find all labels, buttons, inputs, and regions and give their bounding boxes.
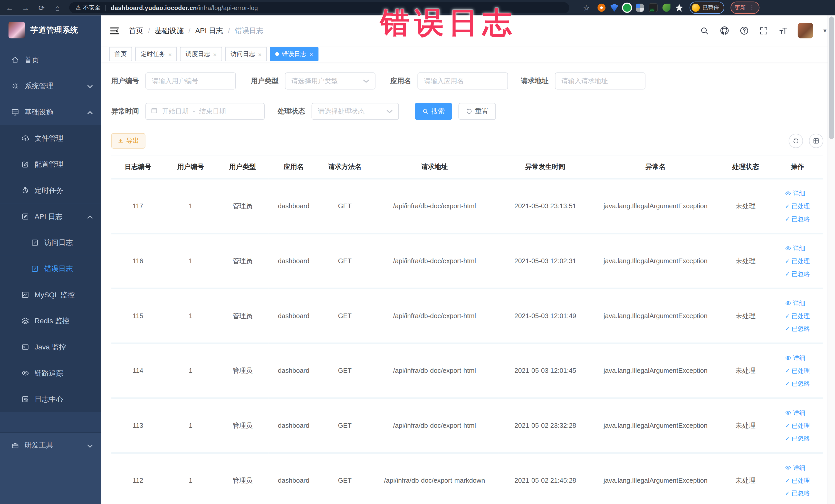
search-icon[interactable] <box>699 25 710 36</box>
column-settings-button[interactable] <box>809 134 823 148</box>
user-type-select[interactable]: 请选择用户类型 <box>285 73 375 89</box>
extension-icon[interactable] <box>623 4 631 12</box>
sidebar-item-access-log[interactable]: 访问日志 <box>0 229 101 256</box>
tab-access-log[interactable]: 访问日志× <box>225 47 267 61</box>
back-icon[interactable]: ← <box>3 2 16 14</box>
extension-icon[interactable] <box>675 4 683 12</box>
close-icon[interactable]: × <box>258 51 262 57</box>
sidebar-item-api-log[interactable]: API 日志 <box>0 204 101 230</box>
column-header: 请求方法名 <box>319 156 371 179</box>
sidebar-item-redis-monitor[interactable]: Redis 监控 <box>0 308 101 334</box>
detail-link[interactable]: 详细 <box>785 299 805 307</box>
export-button[interactable]: 导出 <box>111 133 145 149</box>
user-avatar[interactable] <box>798 23 813 38</box>
cell-actions: 详细 ✓ 已处理 ✓ 已忽略 <box>772 179 823 234</box>
close-icon[interactable]: × <box>213 51 217 57</box>
sidebar-item-config-management[interactable]: 配置管理 <box>0 151 101 177</box>
user-id-input[interactable]: 请输入用户编号 <box>145 73 236 89</box>
tab-home[interactable]: 首页 <box>109 47 132 61</box>
tab-error-log[interactable]: 错误日志× <box>270 47 318 61</box>
cell-status: 未处理 <box>719 343 772 398</box>
browser-profile-badge[interactable]: 已暂停 <box>690 2 724 14</box>
cell-actions: 详细 ✓ 已处理 ✓ 已忽略 <box>772 343 823 398</box>
extension-icon[interactable] <box>597 4 606 12</box>
tab-scheduled-jobs[interactable]: 定时任务× <box>135 47 177 61</box>
mark-processed-link[interactable]: ✓ 已处理 <box>785 367 810 375</box>
sidebar-item-dev-tools[interactable]: 研发工具 <box>0 432 101 458</box>
extension-icon[interactable] <box>610 4 618 12</box>
cell-log-id: 115 <box>111 288 165 343</box>
detail-link[interactable]: 详细 <box>785 244 805 252</box>
reload-icon[interactable]: ⟳ <box>35 2 48 14</box>
forward-icon[interactable]: → <box>19 2 32 14</box>
mark-processed-link[interactable]: ✓ 已处理 <box>785 477 810 484</box>
sidebar-item-system-management[interactable]: 系统管理 <box>0 73 101 99</box>
tab-schedule-log[interactable]: 调度日志× <box>180 47 222 61</box>
sidebar-item-trace[interactable]: 链路追踪 <box>0 360 101 386</box>
sidebar-item-error-log[interactable]: 错误日志 <box>0 256 101 282</box>
breadcrumb-item[interactable]: API 日志 <box>195 26 223 36</box>
scrollbar-thumb[interactable] <box>829 16 834 139</box>
sidebar-item-file-management[interactable]: 文件管理 <box>0 125 101 152</box>
fullscreen-icon[interactable] <box>758 25 769 36</box>
help-icon[interactable] <box>739 25 749 36</box>
process-status-select[interactable]: 请选择处理状态 <box>312 103 399 120</box>
sidebar-dev-tools-section: 研发工具 <box>0 432 101 504</box>
cell-request-url: /api/infra/db-doc/export-markdown <box>371 453 498 504</box>
detail-link[interactable]: 详细 <box>785 189 805 198</box>
cell-user-id: 1 <box>165 343 217 398</box>
mark-processed-link[interactable]: ✓ 已处理 <box>785 257 810 265</box>
cell-method: GET <box>319 234 371 288</box>
mark-ignored-link[interactable]: ✓ 已忽略 <box>785 380 810 387</box>
github-icon[interactable] <box>719 25 730 36</box>
search-button[interactable]: 搜索 <box>415 103 452 120</box>
extension-icon[interactable] <box>663 4 670 12</box>
page-scrollbar[interactable] <box>828 15 835 504</box>
font-size-icon[interactable] <box>778 25 789 36</box>
close-icon[interactable]: × <box>309 51 313 57</box>
user-menu-caret-icon[interactable]: ▼ <box>822 28 828 34</box>
breadcrumb-item[interactable]: 基础设施 <box>155 26 184 36</box>
browser-update-button[interactable]: 更新 ⋮ <box>730 2 759 14</box>
column-header: 异常发生时间 <box>498 156 592 179</box>
extension-icon[interactable] <box>636 4 644 12</box>
sidebar-item-java-monitor[interactable]: Java 监控 <box>0 334 101 360</box>
security-warning[interactable]: ⚠ 不安全 <box>76 4 101 12</box>
cloud-upload-icon <box>21 134 29 142</box>
sidebar-item-mysql-monitor[interactable]: MySQL 监控 <box>0 282 101 308</box>
breadcrumb-item[interactable]: 首页 <box>129 26 143 36</box>
sidebar-item-scheduled-jobs[interactable]: 定时任务 <box>0 177 101 204</box>
mark-ignored-link[interactable]: ✓ 已忽略 <box>785 270 810 278</box>
bookmark-star-icon[interactable]: ☆ <box>580 2 593 14</box>
mark-processed-link[interactable]: ✓ 已处理 <box>785 312 810 320</box>
app-name-input[interactable]: 请输入应用名 <box>418 73 508 89</box>
mark-processed-link[interactable]: ✓ 已处理 <box>785 202 810 210</box>
cell-exception-name: java.lang.IllegalArgumentException <box>592 234 719 288</box>
mark-ignored-link[interactable]: ✓ 已忽略 <box>785 489 810 497</box>
mark-ignored-link[interactable]: ✓ 已忽略 <box>785 324 810 332</box>
sidebar-collapse-icon[interactable] <box>108 25 120 37</box>
refresh-button[interactable] <box>789 134 803 148</box>
exception-time-range-picker[interactable]: 开始日期 - 结束日期 <box>145 103 265 120</box>
home-icon[interactable]: ⌂ <box>51 2 64 14</box>
cell-method: GET <box>319 343 371 398</box>
app-logo-row[interactable]: 芋道管理系统 <box>0 15 101 44</box>
browser-menu-icon[interactable]: ⋮ <box>749 4 755 11</box>
address-bar[interactable]: ⚠ 不安全 dashboard.yudao.iocoder.cn/infra/l… <box>69 2 569 13</box>
request-url-input[interactable]: 请输入请求地址 <box>555 73 646 89</box>
extension-icon[interactable]: on <box>649 3 658 12</box>
reset-button[interactable]: 重置 <box>459 103 496 120</box>
detail-link[interactable]: 详细 <box>785 409 805 417</box>
check-icon: ✓ <box>785 435 790 442</box>
cell-user-id: 1 <box>165 288 217 343</box>
sidebar-item-home[interactable]: 首页 <box>0 47 101 73</box>
close-icon[interactable]: × <box>168 51 172 57</box>
sidebar-item-infrastructure[interactable]: 基础设施 <box>0 99 101 125</box>
mark-ignored-link[interactable]: ✓ 已忽略 <box>785 435 810 442</box>
detail-link[interactable]: 详细 <box>785 354 805 362</box>
mark-processed-link[interactable]: ✓ 已处理 <box>785 422 810 429</box>
detail-link[interactable]: 详细 <box>785 464 805 472</box>
sidebar-item-log-center[interactable]: 日志中心 <box>0 386 101 412</box>
mark-ignored-link[interactable]: ✓ 已忽略 <box>785 215 810 223</box>
cell-exception-name: java.lang.IllegalArgumentException <box>592 179 719 234</box>
